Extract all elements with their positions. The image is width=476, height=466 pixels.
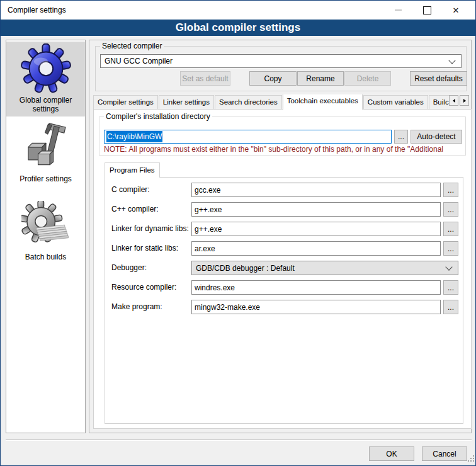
sidebar-item-profiler-settings[interactable] [6, 122, 85, 171]
gray-gear-stack-icon [21, 201, 71, 250]
rename-button[interactable]: Rename [297, 71, 344, 86]
minimize-icon [395, 9, 402, 11]
cancel-button[interactable]: Cancel [422, 446, 467, 461]
sidebar-item-label[interactable]: Profiler settings [6, 174, 86, 183]
page-title: Global compiler settings [1, 20, 475, 36]
minimize-button[interactable] [383, 1, 412, 20]
field-label-linker-dynamic: Linker for dynamic libs: [111, 222, 191, 236]
install-dir-browse-button[interactable]: ... [394, 130, 408, 144]
compiler-select-value: GNU GCC Compiler [101, 57, 450, 65]
subtab-program-files[interactable]: Program Files [105, 162, 160, 178]
tab-scroll-right-button[interactable] [460, 95, 469, 106]
maximize-button[interactable] [412, 1, 441, 20]
reset-defaults-button[interactable]: Reset defaults [410, 71, 467, 86]
sidebar-item-global-compiler-settings[interactable] [6, 43, 85, 94]
tab-scroll-left-button[interactable] [449, 95, 458, 106]
sidebar-item-batch-builds[interactable] [6, 201, 85, 250]
linker-static-input[interactable] [191, 241, 441, 256]
selected-compiler-legend: Selected compiler [100, 42, 164, 50]
footer-divider [6, 440, 472, 441]
c-compiler-browse-button[interactable]: ... [443, 183, 458, 197]
install-dir-selected-text: C:\raylib\MinGW [106, 131, 162, 142]
tab-build-options[interactable]: Builc [429, 95, 449, 110]
make-program-browse-button[interactable]: ... [443, 300, 458, 314]
c-compiler-input[interactable] [191, 183, 441, 197]
tab-custom-variables[interactable]: Custom variables [363, 95, 428, 110]
resource-compiler-input[interactable] [191, 280, 441, 295]
compiler-select[interactable]: GNU GCC Compiler [100, 54, 462, 68]
delete-button[interactable]: Delete [344, 71, 391, 86]
auto-detect-button[interactable]: Auto-detect [411, 130, 462, 144]
linker-dynamic-browse-button[interactable]: ... [443, 222, 458, 236]
tab-search-directories[interactable]: Search directories [215, 95, 282, 110]
linker-static-browse-button[interactable]: ... [443, 241, 458, 256]
tab-scroll-left-icon [453, 99, 455, 103]
install-dir-note: NOTE: All programs must exist either in … [104, 145, 468, 154]
close-button[interactable]: ✕ [441, 1, 470, 20]
field-label-debugger: Debugger: [111, 261, 191, 275]
field-label-cpp-compiler: C++ compiler: [111, 202, 191, 217]
field-label-make-program: Make program: [111, 300, 191, 314]
tab-compiler-settings[interactable]: Compiler settings [93, 95, 158, 110]
titlebar: Compiler settings ✕ [1, 1, 475, 20]
chevron-down-icon [448, 57, 455, 64]
cpp-compiler-input[interactable] [191, 202, 441, 217]
make-program-input[interactable] [191, 300, 441, 314]
linker-dynamic-input[interactable] [191, 222, 441, 236]
tab-linker-settings[interactable]: Linker settings [159, 95, 214, 110]
install-dir-input[interactable]: C:\raylib\MinGW [104, 130, 392, 144]
resource-compiler-browse-button[interactable]: ... [443, 280, 458, 295]
blue-gear-icon [21, 43, 71, 94]
field-label-c-compiler: C compiler: [111, 183, 191, 197]
sidebar-item-label[interactable]: Batch builds [6, 253, 86, 261]
cpp-compiler-browse-button[interactable]: ... [443, 202, 458, 217]
sidebar-item-label[interactable]: Global compiler settings [6, 96, 86, 113]
maximize-icon [423, 6, 431, 14]
ok-button[interactable]: OK [369, 446, 414, 461]
compiler-tabstrip: Compiler settings Linker settings Search… [93, 94, 449, 110]
compiler-settings-dialog: Compiler settings ✕ Global compiler sett… [0, 0, 476, 466]
field-label-linker-static: Linker for static libs: [111, 241, 191, 256]
field-label-resource-compiler: Resource compiler: [111, 280, 191, 295]
install-dir-legend: Compiler's installation directory [104, 112, 212, 121]
window-title: Compiler settings [8, 1, 66, 20]
tab-scroll-right-icon [463, 99, 466, 103]
close-icon: ✕ [453, 6, 460, 14]
debugger-select-value: GDB/CDB debugger : Default [192, 264, 446, 273]
set-as-default-button[interactable]: Set as default [180, 71, 230, 86]
caliper-icon [21, 122, 71, 171]
resize-grip[interactable] [468, 460, 469, 462]
chevron-down-icon [445, 263, 452, 270]
copy-button[interactable]: Copy [249, 71, 297, 86]
tab-toolchain-executables[interactable]: Toolchain executables [283, 94, 363, 110]
debugger-select[interactable]: GDB/CDB debugger : Default [191, 261, 458, 275]
